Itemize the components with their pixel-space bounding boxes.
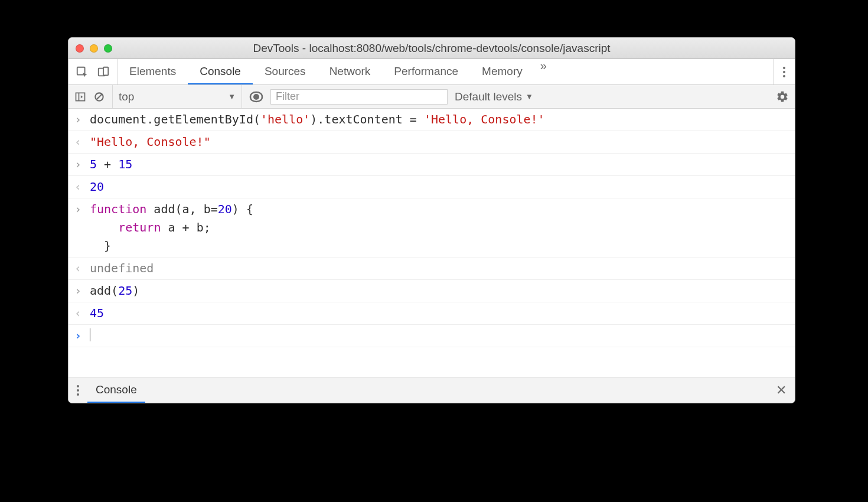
panel-tab-label: Sources <box>265 65 306 78</box>
input-marker-icon <box>74 282 90 300</box>
panel-tab-sources[interactable]: Sources <box>253 59 318 84</box>
panel-tab-label: Performance <box>394 65 458 78</box>
console-row-content: 20 <box>90 178 789 196</box>
log-levels-label: Default levels <box>455 90 522 103</box>
console-output-row: "Hello, Console!" <box>68 131 795 154</box>
console-row-content: "Hello, Console!" <box>90 133 789 151</box>
traffic-lights <box>76 44 112 53</box>
dropdown-triangle-icon: ▼ <box>526 92 533 101</box>
console-output-row: 45 <box>68 302 795 325</box>
panel-tabbar: ElementsConsoleSourcesNetworkPerformance… <box>68 59 795 85</box>
drawer-tab-label: Console <box>96 383 137 396</box>
console-output[interactable]: document.getElementById('hello').textCon… <box>68 109 795 377</box>
output-marker-icon <box>74 133 90 151</box>
console-sidebar-toggle-icon[interactable] <box>74 91 86 103</box>
execution-context-value: top <box>119 90 134 103</box>
panel-tab-console[interactable]: Console <box>188 59 253 84</box>
console-input-row: document.getElementById('hello').textCon… <box>68 109 795 131</box>
output-marker-icon <box>74 259 90 278</box>
drawer-close-icon[interactable]: ✕ <box>776 383 787 398</box>
clear-console-icon[interactable] <box>93 91 105 103</box>
kebab-menu-icon[interactable] <box>783 67 785 77</box>
drawer-tab-console[interactable]: Console <box>87 377 145 403</box>
console-prompt-row[interactable] <box>68 325 795 347</box>
inspect-toggle-group <box>68 59 118 84</box>
console-prompt-input[interactable] <box>90 327 789 345</box>
window-fullscreen-button[interactable] <box>104 44 112 53</box>
output-marker-icon <box>74 304 90 322</box>
console-row-content: add(25) <box>90 282 789 300</box>
console-toolbar: top ▼ Default levels ▼ <box>68 85 795 109</box>
panel-tab-label: Console <box>200 65 241 78</box>
console-input-row: function add(a, b=20) { return a + b; } <box>68 198 795 257</box>
drawer-menu-icon[interactable] <box>77 385 79 396</box>
panel-tab-label: Elements <box>129 65 176 78</box>
svg-rect-3 <box>76 93 85 100</box>
panel-tabs: ElementsConsoleSourcesNetworkPerformance… <box>118 59 534 84</box>
drawer: Console ✕ <box>68 377 795 403</box>
filter-input[interactable] <box>270 89 448 105</box>
window-titlebar: DevTools - localhost:8080/web/tools/chro… <box>68 38 795 59</box>
input-marker-icon <box>74 200 90 219</box>
console-input-row: add(25) <box>68 280 795 302</box>
toggle-device-icon[interactable] <box>97 66 110 79</box>
input-marker-icon <box>74 110 90 129</box>
panel-tab-network[interactable]: Network <box>318 59 383 84</box>
console-row-content: 5 + 15 <box>90 155 789 174</box>
console-settings-icon[interactable] <box>776 90 789 103</box>
console-row-content: document.getElementById('hello').textCon… <box>90 110 789 129</box>
panel-tab-label: Network <box>329 65 371 78</box>
text-cursor <box>90 328 90 341</box>
console-output-row: 20 <box>68 176 795 198</box>
panel-tab-label: Memory <box>482 65 523 78</box>
console-row-content: undefined <box>90 259 789 278</box>
window-close-button[interactable] <box>76 44 84 53</box>
console-row-content: function add(a, b=20) { return a + b; } <box>90 200 789 255</box>
log-levels-select[interactable]: Default levels ▼ <box>455 90 533 103</box>
console-output-row: undefined <box>68 257 795 280</box>
execution-context-select[interactable]: top ▼ <box>112 85 242 108</box>
svg-marker-5 <box>81 95 83 98</box>
panel-overflow-button[interactable]: » <box>534 59 551 84</box>
dropdown-triangle-icon: ▼ <box>228 92 236 101</box>
inspect-element-icon[interactable] <box>76 66 89 79</box>
console-row-content: 45 <box>90 304 789 322</box>
svg-rect-2 <box>103 67 108 75</box>
svg-line-7 <box>96 94 102 99</box>
devtools-window: DevTools - localhost:8080/web/tools/chro… <box>68 37 795 403</box>
prompt-marker-icon <box>74 327 90 345</box>
live-expression-icon[interactable] <box>249 90 263 104</box>
window-title: DevTools - localhost:8080/web/tools/chro… <box>68 42 795 55</box>
panel-tab-elements[interactable]: Elements <box>118 59 188 84</box>
panel-tab-memory[interactable]: Memory <box>470 59 534 84</box>
input-marker-icon <box>74 155 90 174</box>
output-marker-icon <box>74 178 90 196</box>
panel-tab-performance[interactable]: Performance <box>382 59 470 84</box>
svg-point-8 <box>253 94 259 100</box>
window-minimize-button[interactable] <box>90 44 98 53</box>
console-input-row: 5 + 15 <box>68 154 795 176</box>
